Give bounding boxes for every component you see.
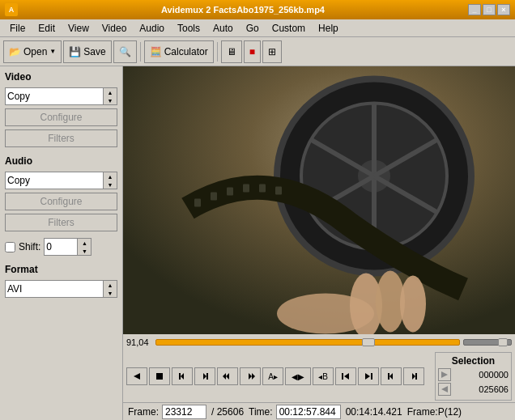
prev-frame-button[interactable] xyxy=(172,367,193,385)
next-key-button[interactable] xyxy=(403,367,424,385)
layout-button[interactable]: ⊞ xyxy=(262,40,282,63)
video-content xyxy=(123,66,515,334)
time-field: Time: xyxy=(249,405,341,419)
svg-rect-12 xyxy=(211,193,217,201)
shift-arrows[interactable]: ▲ ▼ xyxy=(78,238,92,256)
video-frame xyxy=(123,66,515,334)
calculator-icon: 🧮 xyxy=(150,46,162,57)
toolbar-separator2 xyxy=(217,42,218,62)
svg-marker-23 xyxy=(181,373,184,380)
video-codec-up[interactable]: ▲ xyxy=(104,88,117,96)
time-label: Time: xyxy=(249,406,273,418)
svg-marker-37 xyxy=(412,373,415,380)
next-frame-button[interactable] xyxy=(194,367,215,385)
menu-help[interactable]: Help xyxy=(312,21,345,36)
shift-up[interactable]: ▲ xyxy=(78,239,91,247)
audio-codec-arrows[interactable]: ▲ ▼ xyxy=(104,172,117,189)
video-codec-down[interactable]: ▼ xyxy=(104,96,117,104)
svg-marker-40 xyxy=(441,386,448,392)
format-section-label: Format xyxy=(5,264,117,275)
format-arrows[interactable]: ▲ ▼ xyxy=(104,280,117,298)
go-end-button[interactable] xyxy=(358,367,379,385)
video-codec-select[interactable]: Copy xyxy=(5,87,104,105)
minimize-button[interactable]: _ xyxy=(468,4,481,15)
titlebar-left: A xyxy=(5,3,18,16)
set-a-button[interactable]: A▸ xyxy=(262,367,283,385)
svg-rect-38 xyxy=(415,373,417,380)
total-frames: / 25606 xyxy=(211,406,244,418)
progress-thumb[interactable] xyxy=(362,338,375,346)
maximize-button[interactable]: □ xyxy=(483,4,496,15)
format-select[interactable]: AVI xyxy=(5,280,104,298)
set-b-button[interactable]: ◂B xyxy=(313,367,334,385)
calculator-button[interactable]: 🧮 Calculator xyxy=(144,40,214,63)
progress-position: 91,04 xyxy=(126,337,152,347)
sel-a-row: 000000 xyxy=(438,368,509,381)
shift-spinbox: 0 ▲ ▼ xyxy=(44,238,92,256)
video-configure-button[interactable]: Configure xyxy=(5,108,117,126)
toolbar-separator xyxy=(140,42,141,62)
sel-a-indicator[interactable] xyxy=(438,368,451,381)
audio-codec-up[interactable]: ▲ xyxy=(104,172,117,180)
audio-codec-down[interactable]: ▼ xyxy=(104,180,117,189)
rewind-button[interactable] xyxy=(217,367,238,385)
zoom-button[interactable]: 🔍 xyxy=(113,40,137,63)
close-button[interactable]: × xyxy=(497,4,510,15)
toolbar: 📂 Open ▼ 💾 Save 🔍 🧮 Calculator 🖥 ■ ⊞ xyxy=(0,37,515,66)
shift-value-input[interactable]: 0 xyxy=(44,238,78,256)
app-icon: A xyxy=(5,3,18,16)
menu-view[interactable]: View xyxy=(62,21,96,36)
frame-info: Frame:P(12) xyxy=(407,406,462,418)
mini-track[interactable] xyxy=(463,339,512,346)
prev-key-button[interactable] xyxy=(381,367,402,385)
menu-auto[interactable]: Auto xyxy=(206,21,240,36)
svg-marker-29 xyxy=(249,373,252,380)
format-down[interactable]: ▼ xyxy=(104,289,117,297)
color-button[interactable]: ■ xyxy=(244,40,261,63)
progress-track[interactable] xyxy=(155,339,460,346)
audio-codec-row: Copy ▲ ▼ xyxy=(5,172,117,189)
go-start-button[interactable] xyxy=(335,367,356,385)
svg-rect-16 xyxy=(275,187,282,195)
time-input[interactable] xyxy=(276,405,341,419)
svg-marker-31 xyxy=(344,373,349,380)
play-back-button[interactable] xyxy=(126,367,147,385)
titlebar-buttons[interactable]: _ □ × xyxy=(468,4,510,15)
format-row: AVI ▲ ▼ xyxy=(5,280,117,298)
zoom-icon: 🔍 xyxy=(119,46,131,57)
menu-file[interactable]: File xyxy=(3,21,32,36)
video-filters-button[interactable]: Filters xyxy=(5,129,117,147)
video-codec-arrows[interactable]: ▲ ▼ xyxy=(104,87,117,105)
frame-input[interactable] xyxy=(162,405,206,419)
controls-row: A▸ ◀▶ ◂B Selection xyxy=(123,350,515,402)
shift-down[interactable]: ▼ xyxy=(78,247,91,255)
stop-button[interactable] xyxy=(149,367,170,385)
menu-audio[interactable]: Audio xyxy=(133,21,171,36)
format-up[interactable]: ▲ xyxy=(104,281,117,289)
svg-marker-35 xyxy=(389,373,393,380)
save-button[interactable]: 💾 Save xyxy=(63,40,111,63)
shift-checkbox[interactable] xyxy=(5,242,15,252)
menu-edit[interactable]: Edit xyxy=(32,21,62,36)
sel-b-indicator[interactable] xyxy=(438,383,451,396)
svg-rect-14 xyxy=(243,185,249,193)
open-button[interactable]: 📂 Open ▼ xyxy=(3,40,62,63)
reel-scene xyxy=(123,66,515,334)
mini-thumb[interactable] xyxy=(498,338,508,346)
svg-marker-30 xyxy=(252,373,255,380)
audio-configure-button[interactable]: Configure xyxy=(5,193,117,210)
menu-go[interactable]: Go xyxy=(240,21,266,36)
display-button[interactable]: 🖥 xyxy=(221,40,242,63)
menu-video[interactable]: Video xyxy=(96,21,133,36)
fast-forward-button[interactable] xyxy=(240,367,261,385)
menu-custom[interactable]: Custom xyxy=(266,21,312,36)
menu-tools[interactable]: Tools xyxy=(171,21,206,36)
audio-filters-button[interactable]: Filters xyxy=(5,214,117,231)
go-ab-button[interactable]: ◀▶ xyxy=(285,367,311,385)
svg-marker-39 xyxy=(441,371,448,378)
sel-b-row: 025606 xyxy=(438,383,509,396)
audio-codec-select[interactable]: Copy xyxy=(5,172,104,189)
sel-a-value: 000000 xyxy=(453,370,509,380)
calculator-label: Calculator xyxy=(164,46,208,57)
progress-row: 91,04 xyxy=(123,334,515,350)
